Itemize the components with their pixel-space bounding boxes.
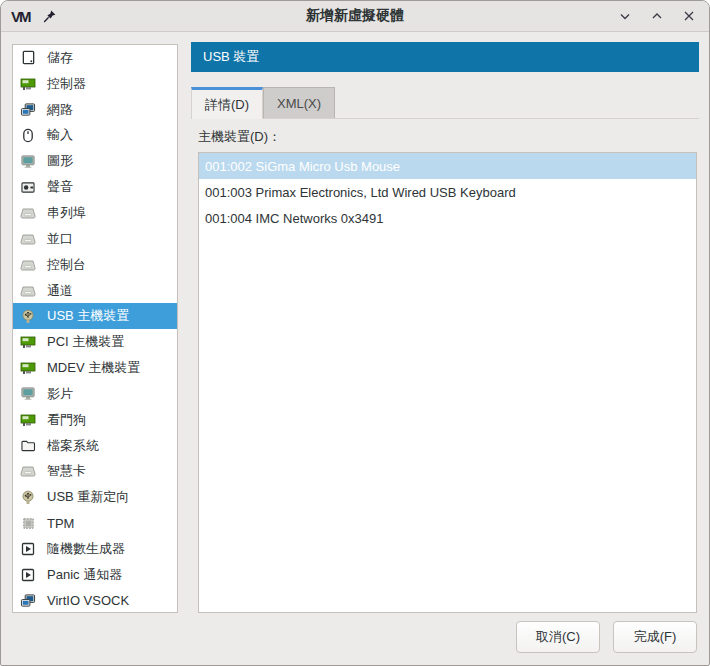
panel-header: USB 裝置 bbox=[191, 42, 699, 72]
sidebar-item-graphics[interactable]: 圖形 bbox=[13, 148, 177, 174]
pci-card-icon bbox=[20, 360, 36, 376]
sidebar-item-video[interactable]: 影片 bbox=[13, 381, 177, 407]
close-icon bbox=[682, 9, 696, 23]
sidebar-item-rng[interactable]: 隨機數生成器 bbox=[13, 536, 177, 562]
chevron-down-icon bbox=[618, 9, 632, 23]
sidebar-item-input[interactable]: 輸入 bbox=[13, 123, 177, 149]
sidebar-item-label: TPM bbox=[47, 516, 74, 531]
sidebar-item-label: 儲存 bbox=[47, 49, 73, 67]
sidebar-item-watchdog[interactable]: 看門狗 bbox=[13, 407, 177, 433]
tabstrip: 詳情(D) XML(X) bbox=[191, 86, 699, 119]
usb-device-row[interactable]: 001:002 SiGma Micro Usb Mouse bbox=[199, 153, 696, 179]
serial-device-icon bbox=[20, 283, 36, 299]
sidebar-item-smartcard[interactable]: 智慧卡 bbox=[13, 459, 177, 485]
close-button[interactable] bbox=[681, 8, 697, 24]
sidebar-item-label: 網路 bbox=[47, 101, 73, 119]
serial-device-icon bbox=[20, 257, 36, 273]
sidebar-item-label: 並口 bbox=[47, 230, 73, 248]
virt-manager-logo-icon: VM bbox=[11, 8, 30, 24]
sidebar-item-usb-redirect[interactable]: USB 重新定向 bbox=[13, 484, 177, 510]
folder-icon bbox=[20, 438, 36, 454]
sidebar-item-channel[interactable]: 通道 bbox=[13, 278, 177, 304]
tab-details[interactable]: 詳情(D) bbox=[191, 87, 263, 119]
sidebar-item-label: 控制台 bbox=[47, 256, 86, 274]
app-box-icon bbox=[20, 567, 36, 583]
minimize-button[interactable] bbox=[617, 8, 633, 24]
sidebar-item-label: Panic 通知器 bbox=[47, 566, 122, 584]
tpm-chip-icon bbox=[20, 515, 36, 531]
speaker-icon bbox=[20, 179, 36, 195]
sidebar-item-label: 檔案系統 bbox=[47, 437, 99, 455]
host-device-label: 主機裝置(D)： bbox=[198, 128, 281, 146]
sidebar-item-label: 通道 bbox=[47, 282, 73, 300]
sidebar-item-label: MDEV 主機裝置 bbox=[47, 359, 140, 377]
network-computer-icon bbox=[20, 593, 36, 609]
usb-icon bbox=[20, 308, 36, 324]
pci-card-icon bbox=[20, 76, 36, 92]
sidebar-item-label: 控制器 bbox=[47, 75, 86, 93]
sidebar-item-vsock[interactable]: VirtIO VSOCK bbox=[13, 588, 177, 613]
sidebar-item-filesystem[interactable]: 檔案系統 bbox=[13, 433, 177, 459]
serial-device-icon bbox=[20, 463, 36, 479]
sidebar-item-serial[interactable]: 串列埠 bbox=[13, 200, 177, 226]
maximize-button[interactable] bbox=[649, 8, 665, 24]
add-hardware-dialog: VM 新增新虛擬硬體 儲存控制器網路輸入圖形聲音串列埠並口控制台通道USB 主機… bbox=[0, 0, 710, 666]
serial-device-icon bbox=[20, 205, 36, 221]
pci-card-icon bbox=[20, 334, 36, 350]
serial-device-icon bbox=[20, 231, 36, 247]
finish-button[interactable]: 完成(F) bbox=[613, 621, 697, 653]
sidebar-item-label: PCI 主機裝置 bbox=[47, 333, 124, 351]
sidebar-item-label: 影片 bbox=[47, 385, 73, 403]
app-box-icon bbox=[20, 541, 36, 557]
sidebar-item-tpm[interactable]: TPM bbox=[13, 510, 177, 536]
sidebar-item-label: VirtIO VSOCK bbox=[47, 593, 129, 608]
sidebar-item-label: 輸入 bbox=[47, 126, 73, 144]
sidebar-item-sound[interactable]: 聲音 bbox=[13, 174, 177, 200]
usb-device-row[interactable]: 001:004 IMC Networks 0x3491 bbox=[199, 205, 696, 231]
sidebar-item-panic[interactable]: Panic 通知器 bbox=[13, 562, 177, 588]
sidebar-item-mdev-host[interactable]: MDEV 主機裝置 bbox=[13, 355, 177, 381]
sidebar-item-console[interactable]: 控制台 bbox=[13, 252, 177, 278]
hardware-type-list: 儲存控制器網路輸入圖形聲音串列埠並口控制台通道USB 主機裝置PCI 主機裝置M… bbox=[12, 44, 178, 613]
sidebar-item-usb-host[interactable]: USB 主機裝置 bbox=[13, 303, 177, 329]
sidebar-item-label: USB 重新定向 bbox=[47, 488, 129, 506]
pin-icon bbox=[42, 8, 58, 24]
display-icon bbox=[20, 386, 36, 402]
sidebar-item-storage[interactable]: 儲存 bbox=[13, 45, 177, 71]
tab-xml[interactable]: XML(X) bbox=[263, 87, 335, 118]
cancel-button[interactable]: 取消(C) bbox=[516, 621, 600, 653]
display-icon bbox=[20, 153, 36, 169]
window-title: 新增新虛擬硬體 bbox=[1, 7, 709, 25]
sidebar-item-label: 智慧卡 bbox=[47, 462, 86, 480]
usb-device-row[interactable]: 001:003 Primax Electronics, Ltd Wired US… bbox=[199, 179, 696, 205]
chevron-up-icon bbox=[650, 9, 664, 23]
sidebar-item-pci-host[interactable]: PCI 主機裝置 bbox=[13, 329, 177, 355]
mouse-icon bbox=[20, 127, 36, 143]
usb-device-list: 001:002 SiGma Micro Usb Mouse001:003 Pri… bbox=[198, 152, 697, 613]
sidebar-item-label: USB 主機裝置 bbox=[47, 307, 129, 325]
titlebar: VM 新增新虛擬硬體 bbox=[1, 1, 709, 32]
sidebar-item-label: 隨機數生成器 bbox=[47, 540, 125, 558]
sidebar-item-controller[interactable]: 控制器 bbox=[13, 71, 177, 97]
usb-icon bbox=[20, 489, 36, 505]
sidebar-item-network[interactable]: 網路 bbox=[13, 97, 177, 123]
network-computer-icon bbox=[20, 102, 36, 118]
sidebar-item-parallel[interactable]: 並口 bbox=[13, 226, 177, 252]
sidebar-item-label: 串列埠 bbox=[47, 204, 86, 222]
drive-icon bbox=[20, 50, 36, 66]
sidebar-item-label: 看門狗 bbox=[47, 411, 86, 429]
sidebar-item-label: 圖形 bbox=[47, 152, 73, 170]
sidebar-item-label: 聲音 bbox=[47, 178, 73, 196]
pci-card-icon bbox=[20, 412, 36, 428]
